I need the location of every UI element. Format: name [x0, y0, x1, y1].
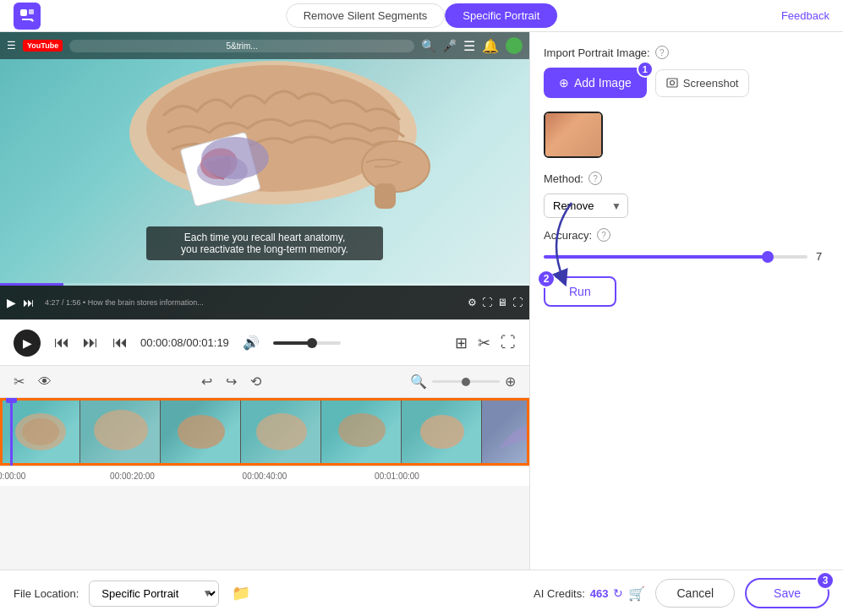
- zoom-track[interactable]: [432, 380, 500, 383]
- frame-2: [80, 398, 161, 466]
- crop-icon[interactable]: ⊞: [455, 334, 468, 352]
- playback-controls: ▶ ⏮ ⏭ ⏭ 00:00:08/00:01:19 🔊 ⊞ ✂ ⛶: [0, 319, 529, 366]
- subtitle-text: Each time you recall heart anatomy, you …: [146, 226, 383, 260]
- svg-point-16: [256, 413, 307, 450]
- video-settings-icon[interactable]: ⚙: [468, 297, 477, 308]
- zoom-out-btn[interactable]: 🔍: [410, 373, 427, 390]
- play-pause-button[interactable]: ▶: [14, 330, 41, 357]
- app-logo-area: +: [14, 3, 41, 30]
- timeline-strip[interactable]: [0, 398, 529, 466]
- time-mark-0: 00:00:00:00: [0, 472, 25, 481]
- timeline-frames: [0, 398, 529, 466]
- frame-7: [482, 398, 529, 466]
- top-tabs: Remove Silent Segments Specific Portrait: [286, 3, 558, 28]
- frame-6: [402, 398, 482, 466]
- screenshot-icon: [666, 77, 678, 89]
- frame-5: [321, 398, 402, 466]
- svg-point-11: [197, 155, 248, 186]
- playback-right-controls: ⊞ ✂ ⛶: [455, 334, 516, 352]
- timeline-toolbar: ✂ 👁 ↩ ↪ ⟲ 🔍 ⊕: [0, 366, 529, 398]
- run-button[interactable]: 2 Run: [544, 276, 616, 307]
- video-fullscreen-icon[interactable]: ⛶: [482, 297, 492, 308]
- method-help-icon[interactable]: ?: [588, 172, 602, 185]
- scissors-tool[interactable]: ✂: [14, 373, 25, 390]
- video-column: ☰ YouTube 5&trim... 🔍 🎤 ☰ 🔔: [0, 32, 529, 570]
- frame-4: [241, 398, 321, 466]
- fullscreen-icon[interactable]: ⛶: [501, 334, 516, 352]
- svg-point-17: [338, 413, 386, 447]
- svg-point-23: [670, 81, 674, 85]
- svg-point-14: [94, 410, 148, 450]
- time-ruler: 00:00:00:00 00:00:20:00 00:00:40:00 00:0…: [0, 466, 529, 486]
- eye-tool[interactable]: 👁: [38, 374, 52, 390]
- redo-btn[interactable]: ↪: [226, 373, 237, 390]
- credits-value: 463: [590, 587, 609, 600]
- accuracy-slider-thumb[interactable]: [762, 251, 774, 263]
- time-display: 00:00:08/00:01:19: [140, 336, 229, 349]
- svg-rect-0: [20, 9, 27, 16]
- svg-text:+: +: [30, 17, 35, 25]
- skip-to-start-btn[interactable]: ⏮: [54, 334, 69, 352]
- zoom-controls: 🔍 ⊕: [410, 373, 516, 390]
- svg-rect-7: [375, 183, 396, 209]
- redo2-btn[interactable]: ⟲: [250, 373, 261, 390]
- volume-slider[interactable]: [273, 341, 341, 345]
- save-badge: 3: [816, 571, 835, 590]
- zoom-in-btn[interactable]: ⊕: [505, 373, 516, 390]
- add-image-button[interactable]: ⊕ Add Image 1: [544, 68, 647, 98]
- method-dropdown[interactable]: Remove Blur Replace: [544, 194, 628, 218]
- video-pip-icon[interactable]: 🖥: [497, 297, 507, 308]
- accuracy-help-icon[interactable]: ?: [597, 228, 610, 242]
- save-button[interactable]: Save 3: [745, 578, 829, 608]
- brain-svg: [87, 48, 442, 217]
- thumbnail-inner: [545, 113, 601, 156]
- time-mark-40: 00:00:40:00: [243, 472, 287, 481]
- volume-thumb: [307, 338, 317, 348]
- refresh-credits-icon[interactable]: ↻: [613, 586, 623, 600]
- video-time-info: 4:27 / 1:56 • How the brain stores infor…: [45, 298, 204, 307]
- import-help-icon[interactable]: ?: [655, 46, 669, 59]
- feedback-link[interactable]: Feedback: [781, 9, 829, 22]
- video-right-icons: ⚙ ⛶ 🖥 ⛶: [468, 297, 523, 308]
- accuracy-slider-row: 7: [544, 250, 829, 263]
- scissors-icon[interactable]: ✂: [478, 334, 490, 352]
- tab-specific-portrait[interactable]: Specific Portrait: [445, 3, 557, 28]
- run-badge: 2: [537, 270, 556, 288]
- skip-forward-btn[interactable]: ⏭: [112, 334, 127, 352]
- folder-browse-button[interactable]: 📁: [229, 581, 253, 605]
- cart-icon[interactable]: 🛒: [628, 586, 645, 602]
- import-label: Import Portrait Image: ?: [544, 46, 829, 59]
- time-mark-20: 00:00:20:00: [110, 472, 155, 481]
- screenshot-button[interactable]: Screenshot: [655, 69, 750, 97]
- time-mark-60: 00:01:00:00: [375, 472, 419, 481]
- skip-back-btn[interactable]: ⏭: [83, 334, 98, 352]
- accuracy-slider[interactable]: [544, 255, 807, 259]
- tab-remove-silent[interactable]: Remove Silent Segments: [286, 3, 446, 28]
- brain-visual: [0, 32, 529, 233]
- svg-point-13: [22, 418, 59, 445]
- accuracy-value: 7: [816, 250, 829, 263]
- ai-credits-section: AI Credits: 463 ↻ 🛒: [534, 586, 645, 602]
- bottom-bar: File Location: Specific Portrait Origina…: [0, 570, 843, 616]
- frame-3: [161, 398, 241, 466]
- ai-credits-label: AI Credits:: [534, 587, 585, 600]
- cancel-button[interactable]: Cancel: [655, 579, 735, 608]
- video-play-btn[interactable]: ▶: [7, 296, 16, 309]
- top-bar: + Remove Silent Segments Specific Portra…: [0, 0, 843, 32]
- volume-icon[interactable]: 🔊: [243, 335, 260, 351]
- undo-btn[interactable]: ↩: [201, 373, 212, 390]
- video-next-btn[interactable]: ⏭: [23, 296, 35, 309]
- accuracy-section: Accuracy: ? 7: [544, 228, 829, 263]
- plus-icon: ⊕: [559, 76, 569, 90]
- video-player: ☰ YouTube 5&trim... 🔍 🎤 ☰ 🔔: [0, 32, 529, 319]
- timeline-cursor-head: [6, 398, 17, 403]
- svg-point-18: [420, 415, 464, 449]
- method-section: Method: ? Remove Blur Replace ▼: [544, 172, 829, 218]
- video-expand-icon[interactable]: ⛶: [512, 297, 523, 308]
- svg-rect-22: [667, 79, 677, 87]
- method-select-row: Remove Blur Replace ▼: [544, 194, 829, 218]
- svg-point-6: [362, 141, 430, 192]
- file-location-select[interactable]: Specific Portrait Original Location: [89, 581, 219, 607]
- accuracy-label: Accuracy: ?: [544, 228, 829, 242]
- method-label: Method: ?: [544, 172, 829, 185]
